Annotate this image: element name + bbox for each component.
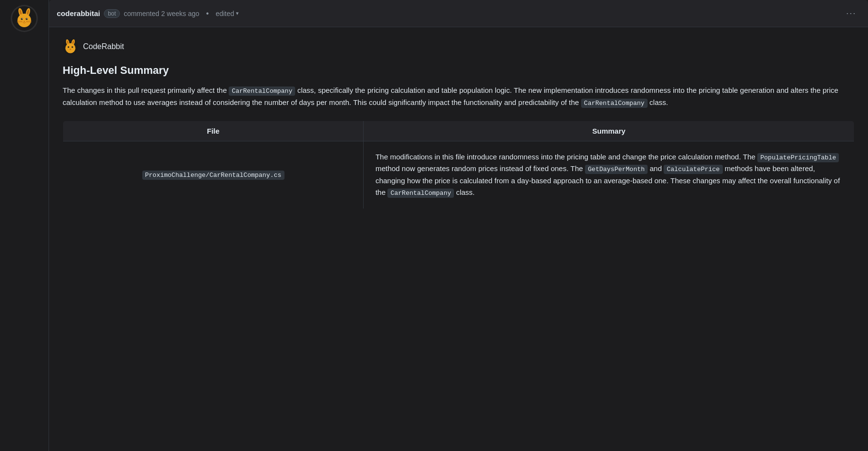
svg-line-12 xyxy=(17,22,22,22)
table-header-row: File Summary xyxy=(63,121,854,141)
coderabbit-header: CodeRabbit xyxy=(63,39,854,54)
page-container: coderabbitai bot commented 2 weeks ago •… xyxy=(0,0,868,451)
svg-line-14 xyxy=(26,22,32,22)
table-cell-file: ProximoChallenge/CarRentalCompany.cs xyxy=(63,141,364,208)
svg-point-22 xyxy=(71,46,73,48)
table-col-summary: Summary xyxy=(364,121,854,141)
separator: • xyxy=(206,9,209,18)
more-options-button[interactable]: ··· xyxy=(842,6,860,20)
svg-point-5 xyxy=(17,14,31,27)
row-summary-text-5: class. xyxy=(456,188,474,196)
avatar-column xyxy=(0,0,49,451)
edited-label: edited ▾ xyxy=(216,10,239,17)
inline-code-car-rental-1: CarRentalCompany xyxy=(229,87,295,96)
svg-point-8 xyxy=(22,18,23,19)
svg-point-21 xyxy=(67,46,69,48)
coderabbit-brand-title: CodeRabbit xyxy=(83,42,124,51)
svg-point-23 xyxy=(69,49,71,50)
table-col-file: File xyxy=(63,121,364,141)
inline-code-car-rental-2: CarRentalCompany xyxy=(581,99,648,108)
comment-container: coderabbitai bot commented 2 weeks ago •… xyxy=(49,0,868,451)
section-heading: High-Level Summary xyxy=(63,64,854,77)
commenter-username[interactable]: coderabbitai xyxy=(57,9,100,17)
summary-paragraph: The changes in this pull request primari… xyxy=(63,85,854,109)
coderabbit-logo-icon xyxy=(63,39,78,54)
svg-point-20 xyxy=(66,43,76,53)
summary-text-3: class. xyxy=(650,98,668,106)
inline-code-calculateprice: CalculatePrice xyxy=(664,165,722,174)
inline-code-car-rental-3: CarRentalCompany xyxy=(387,189,454,198)
table-cell-summary: The modifications in this file introduce… xyxy=(364,141,854,208)
row-summary-text-2: method now generates random prices inste… xyxy=(375,164,583,173)
comment-timestamp: commented 2 weeks ago xyxy=(124,10,200,17)
bot-badge: bot xyxy=(104,9,120,18)
comment-header: coderabbitai bot commented 2 weeks ago •… xyxy=(49,0,868,27)
inline-code-populate: PopulatePricingTable xyxy=(757,153,839,162)
table-row: ProximoChallenge/CarRentalCompany.cs The… xyxy=(63,141,854,208)
svg-point-10 xyxy=(24,21,25,22)
inline-code-getdays: GetDaysPerMonth xyxy=(585,165,648,174)
comment-header-right: ··· xyxy=(842,6,860,20)
summary-table: File Summary ProximoChallenge/CarRentalC… xyxy=(63,121,854,209)
comment-body: CodeRabbit High-Level Summary The change… xyxy=(49,27,868,221)
chevron-down-icon[interactable]: ▾ xyxy=(236,10,239,17)
row-summary-text-3: and xyxy=(650,164,662,173)
summary-text-1: The changes in this pull request primari… xyxy=(63,86,227,94)
edited-text: edited xyxy=(216,10,234,17)
file-path-code: ProximoChallenge/CarRentalCompany.cs xyxy=(142,171,284,180)
comment-header-left: coderabbitai bot commented 2 weeks ago •… xyxy=(57,9,842,18)
avatar xyxy=(11,5,38,32)
svg-point-9 xyxy=(27,18,28,19)
row-summary-text-1: The modifications in this file introduce… xyxy=(375,153,755,161)
